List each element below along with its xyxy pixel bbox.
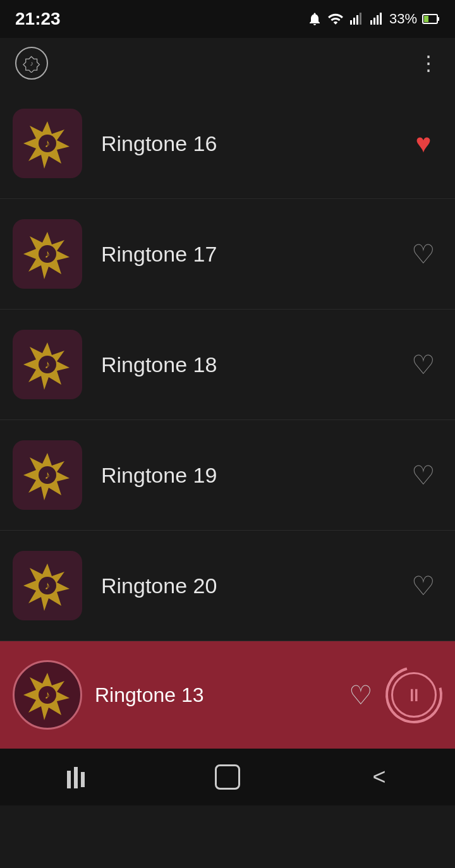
ringtone-thumb-18: ♪	[13, 330, 82, 399]
svg-rect-1	[353, 18, 355, 25]
svg-rect-10	[424, 16, 428, 22]
signal-icon	[349, 11, 364, 27]
favorite-button-18[interactable]: ♡	[411, 349, 435, 380]
signal2-icon	[369, 11, 384, 27]
status-bar: 21:23 33%	[0, 0, 455, 38]
heart-btn-18[interactable]: ♡	[404, 346, 442, 383]
svg-rect-5	[373, 18, 375, 25]
app-logo-icon: ♪	[22, 54, 41, 73]
svg-rect-6	[377, 15, 379, 25]
svg-rect-0	[350, 20, 352, 25]
now-playing-thumb[interactable]: ♪	[13, 660, 82, 730]
status-icons: 33%	[307, 11, 440, 27]
svg-text:♪: ♪	[45, 469, 51, 481]
heart-btn-20[interactable]: ♡	[404, 567, 442, 605]
svg-rect-33	[81, 772, 85, 787]
favorite-button-19[interactable]: ♡	[411, 460, 435, 491]
alarm-icon	[307, 11, 322, 27]
svg-text:♪: ♪	[45, 137, 51, 150]
home-icon	[215, 764, 240, 790]
more-options-button[interactable]: ⋮	[418, 53, 440, 73]
svg-text:♪: ♪	[45, 579, 51, 592]
nav-bar: <	[0, 749, 455, 805]
nav-home-button[interactable]	[202, 758, 253, 796]
ringtone-name-20: Ringtone 20	[82, 574, 404, 598]
favorite-button-16[interactable]: ♥	[416, 128, 432, 159]
ringtone-name-18: Ringtone 18	[82, 353, 404, 377]
ringtone-thumb-16: ♪	[13, 109, 82, 178]
svg-text:♪: ♪	[45, 358, 51, 371]
nav-recent-button[interactable]	[51, 758, 101, 796]
ringtone-name-19: Ringtone 19	[82, 463, 404, 488]
now-playing-title: Ringtone 13	[95, 684, 336, 707]
ringtone-name-17: Ringtone 17	[82, 242, 404, 267]
progress-ring	[375, 656, 453, 734]
svg-text:♪: ♪	[45, 689, 51, 701]
battery-icon	[422, 11, 440, 27]
svg-rect-31	[67, 771, 71, 788]
ringtone-artwork-19: ♪	[22, 450, 73, 500]
svg-text:♪: ♪	[45, 248, 51, 260]
ringtone-item-16[interactable]: ♪ Ringtone 16 ♥	[0, 88, 455, 199]
now-playing-bar: ♪ Ringtone 13 ♡ ⏸	[0, 641, 455, 749]
ringtone-item-20[interactable]: ♪ Ringtone 20 ♡	[0, 531, 455, 641]
svg-text:♪: ♪	[30, 59, 33, 67]
ringtone-artwork-17: ♪	[22, 229, 73, 279]
ringtone-artwork-16: ♪	[22, 118, 73, 169]
now-playing-favorite-button[interactable]: ♡	[349, 680, 373, 711]
ringtone-thumb-19: ♪	[13, 440, 82, 510]
nav-back-button[interactable]: <	[354, 758, 404, 796]
app-logo-button[interactable]: ♪	[15, 47, 48, 80]
favorite-button-17[interactable]: ♡	[411, 239, 435, 270]
ringtone-thumb-17: ♪	[13, 219, 82, 289]
wifi-icon	[327, 11, 344, 27]
svg-rect-2	[356, 15, 358, 25]
svg-rect-9	[437, 17, 439, 21]
favorite-button-20[interactable]: ♡	[411, 570, 435, 601]
battery-text: 33%	[389, 11, 417, 27]
ringtone-item-18[interactable]: ♪ Ringtone 18 ♡	[0, 310, 455, 420]
status-time: 21:23	[15, 9, 61, 29]
ringtone-list: ♪ Ringtone 16 ♥ ♪ Ringtone 17 ♡ ♪ Ringto…	[0, 88, 455, 641]
pause-button-container[interactable]: ⏸	[385, 666, 442, 723]
recent-apps-icon	[63, 764, 88, 790]
svg-rect-3	[360, 13, 361, 25]
ringtone-item-17[interactable]: ♪ Ringtone 17 ♡	[0, 199, 455, 310]
heart-btn-17[interactable]: ♡	[404, 235, 442, 273]
ringtone-artwork-18: ♪	[22, 339, 73, 390]
back-icon: <	[372, 764, 385, 790]
now-playing-artwork: ♪	[22, 670, 73, 720]
app-bar: ♪ ⋮	[0, 38, 455, 88]
svg-rect-4	[370, 20, 372, 25]
ringtone-item-19[interactable]: ♪ Ringtone 19 ♡	[0, 420, 455, 531]
ringtone-name-16: Ringtone 16	[82, 131, 404, 156]
ringtone-thumb-20: ♪	[13, 551, 82, 620]
svg-rect-32	[74, 767, 78, 788]
heart-btn-16[interactable]: ♥	[404, 124, 442, 162]
ringtone-artwork-20: ♪	[22, 560, 73, 611]
heart-btn-19[interactable]: ♡	[404, 456, 442, 494]
svg-rect-7	[380, 13, 382, 25]
